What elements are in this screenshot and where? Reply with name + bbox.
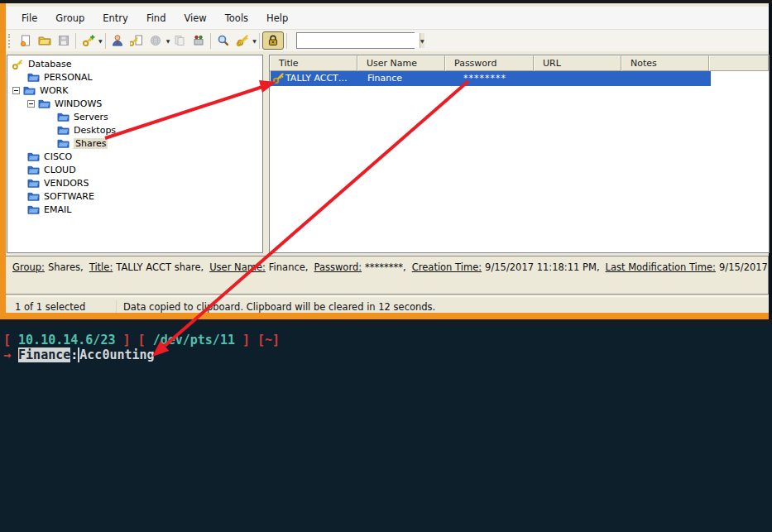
tree-label: WINDOWS bbox=[55, 98, 102, 109]
open-url-button[interactable] bbox=[146, 31, 165, 50]
clipboard-message: Data copied to clipboard. Clipboard will… bbox=[117, 301, 435, 313]
tree-label-selected: Shares bbox=[74, 138, 108, 149]
details-value: 9/15/2017 11:18:11 PM bbox=[719, 261, 769, 273]
menu-entry[interactable]: Entry bbox=[94, 8, 137, 28]
folder-icon bbox=[27, 71, 40, 84]
quick-find-combo: ▼ bbox=[296, 32, 415, 49]
keys-icon bbox=[236, 34, 249, 47]
menu-group[interactable]: Group bbox=[46, 8, 94, 28]
search-icon bbox=[217, 34, 230, 47]
quick-find-input[interactable] bbox=[297, 33, 420, 48]
menu-help[interactable]: Help bbox=[257, 8, 297, 28]
pasted-password-text: Acc0unting bbox=[79, 347, 154, 362]
folder-icon bbox=[27, 151, 40, 163]
key-icon bbox=[12, 58, 24, 70]
details-value: TALLY ACCT share, bbox=[116, 261, 204, 273]
column-header-username[interactable]: User Name bbox=[357, 55, 445, 71]
add-entry-button[interactable] bbox=[79, 31, 98, 50]
open-database-button[interactable] bbox=[35, 31, 54, 50]
save-database-button[interactable] bbox=[54, 31, 73, 50]
tree-label: EMAIL bbox=[44, 204, 71, 215]
terminal-top-edge bbox=[0, 319, 772, 325]
details-label: Group: bbox=[12, 261, 45, 273]
column-header-title[interactable]: Title bbox=[270, 55, 357, 71]
column-header-password[interactable]: Password bbox=[445, 55, 534, 71]
details-label: Title: bbox=[89, 261, 113, 273]
entry-row[interactable]: TALLY ACCT… Finance ******** bbox=[271, 71, 711, 86]
folder-icon bbox=[27, 204, 40, 216]
toolbar-separator bbox=[286, 33, 287, 49]
copy-password-icon bbox=[192, 34, 205, 47]
toolbar: ▼ ▼ bbox=[6, 29, 769, 51]
toolbar-separator bbox=[75, 33, 76, 49]
toolbar-separator bbox=[105, 33, 106, 49]
selection-count: 1 of 1 selected bbox=[5, 301, 116, 313]
tree-label: Servers bbox=[74, 112, 108, 122]
keepass-window: File Group Entry Find View Tools Help bbox=[0, 3, 769, 319]
find-button[interactable] bbox=[213, 31, 233, 50]
duplicate-entry-button[interactable] bbox=[127, 31, 146, 50]
terminal-prompt-line: [ 10.10.14.6/23 ] [ /dev/pts/11 ] [~] bbox=[3, 333, 772, 347]
tree-item-shares[interactable]: Shares bbox=[7, 137, 262, 150]
screen: File Group Entry Find View Tools Help bbox=[0, 0, 772, 532]
prompt-ip: 10.10.14.6/23 bbox=[18, 333, 115, 347]
column-header-notes[interactable]: Notes bbox=[621, 55, 709, 71]
prompt-bracket: [ bbox=[3, 333, 18, 347]
folder-icon bbox=[57, 111, 70, 123]
copy-icon bbox=[173, 34, 186, 47]
folder-icon bbox=[38, 98, 50, 110]
tree-item-software[interactable]: SOFTWARE bbox=[7, 189, 262, 203]
lock-workspace-button[interactable] bbox=[262, 31, 284, 50]
keys-dropdown[interactable]: ▼ bbox=[252, 38, 257, 44]
tree-label: CLOUD bbox=[44, 165, 76, 175]
collapse-expander-icon[interactable] bbox=[12, 87, 20, 94]
menu-file[interactable]: File bbox=[12, 8, 46, 28]
toolbar-separator bbox=[259, 33, 260, 49]
column-header-empty bbox=[709, 55, 769, 71]
prompt-tty: /dev/pts/11 bbox=[153, 333, 235, 347]
entry-username: Finance bbox=[367, 73, 402, 84]
cursor-colon: : bbox=[70, 347, 79, 362]
save-database-icon bbox=[57, 34, 70, 47]
tree-item-windows[interactable]: WINDOWS bbox=[7, 97, 262, 110]
folder-icon bbox=[23, 84, 36, 97]
entry-password: ******** bbox=[463, 73, 506, 84]
entry-title: TALLY ACCT… bbox=[285, 73, 348, 84]
add-entry-dropdown[interactable]: ▼ bbox=[98, 38, 103, 44]
prompt-bracket: ] [~] bbox=[235, 333, 280, 347]
tree-item-cisco[interactable]: CISCO bbox=[7, 150, 262, 163]
edit-entry-button[interactable] bbox=[108, 31, 127, 50]
keys-button[interactable] bbox=[233, 31, 252, 50]
menu-tools[interactable]: Tools bbox=[216, 8, 257, 28]
tree-label: WORK bbox=[40, 85, 68, 96]
tree-label: SOFTWARE bbox=[44, 191, 94, 202]
tree-item-email[interactable]: EMAIL bbox=[7, 203, 262, 216]
menu-view[interactable]: View bbox=[175, 8, 215, 28]
tree-item-servers[interactable]: Servers bbox=[7, 110, 262, 123]
terminal-window[interactable]: [ 10.10.14.6/23 ] [ /dev/pts/11 ] [~] → … bbox=[0, 325, 772, 532]
new-database-button[interactable] bbox=[16, 31, 35, 50]
copy-password-button[interactable] bbox=[189, 31, 208, 50]
folder-icon bbox=[27, 177, 40, 189]
window-border-left bbox=[0, 3, 6, 319]
tree-item-database[interactable]: Database bbox=[7, 57, 262, 70]
details-label: Password: bbox=[314, 261, 362, 273]
menu-find[interactable]: Find bbox=[137, 8, 175, 28]
entry-list-header: Title User Name Password URL Notes bbox=[270, 55, 769, 71]
tree-item-desktops[interactable]: Desktops bbox=[7, 123, 262, 137]
entry-list-panel: Title User Name Password URL Notes TALLY… bbox=[269, 55, 770, 253]
folder-icon bbox=[27, 164, 40, 176]
tree-item-cloud[interactable]: CLOUD bbox=[7, 163, 262, 176]
tree-item-personal[interactable]: PERSONAL bbox=[7, 70, 262, 84]
tree-item-vendors[interactable]: VENDORS bbox=[7, 176, 262, 189]
copy-username-button[interactable] bbox=[170, 31, 189, 50]
terminal-command-line: → Finance:Acc0unting bbox=[3, 347, 772, 362]
details-label: User Name: bbox=[209, 261, 266, 273]
collapse-expander-icon[interactable] bbox=[27, 100, 35, 108]
prompt-arrow: → bbox=[3, 347, 18, 362]
toolbar-grip[interactable] bbox=[8, 34, 12, 48]
tree-item-work[interactable]: WORK bbox=[7, 84, 262, 97]
column-header-url[interactable]: URL bbox=[534, 55, 621, 71]
group-tree-panel: Database PERSONAL WORK WINDOWS Servers bbox=[7, 55, 263, 253]
quick-find-dropdown[interactable]: ▼ bbox=[420, 33, 424, 48]
